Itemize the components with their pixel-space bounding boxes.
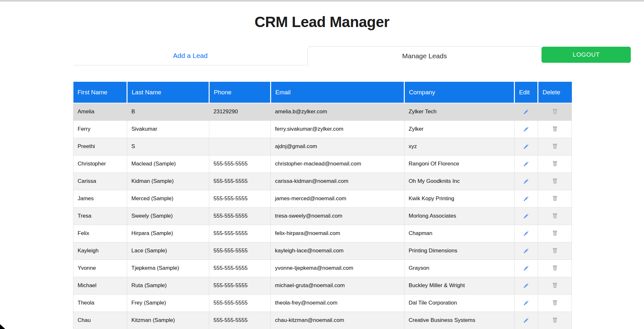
cell-phone — [209, 138, 271, 155]
delete-trash-icon[interactable] — [551, 176, 559, 186]
cell-company: Printing Dimensions — [404, 242, 515, 259]
table-row: Tresa Sweely (Sample) 555-555-5555 tresa… — [73, 207, 572, 225]
cell-first-name: Ferry — [73, 120, 127, 138]
cell-edit — [515, 173, 538, 190]
cell-email: ferry.sivakumar@zylker.com — [271, 120, 404, 138]
cell-delete — [538, 173, 572, 190]
cell-edit — [515, 277, 538, 294]
delete-trash-icon[interactable] — [551, 229, 559, 238]
cell-edit — [515, 294, 538, 312]
cell-last-name: Lace (Sample) — [127, 242, 209, 259]
table-row: Chau Kitzman (Sample) 555-555-5555 chau-… — [73, 312, 572, 329]
edit-pencil-icon[interactable] — [522, 264, 531, 273]
cell-company: Kwik Kopy Printing — [404, 190, 515, 207]
delete-trash-icon[interactable] — [551, 194, 559, 203]
column-header-email: Email — [271, 82, 404, 103]
cell-last-name: Hirpara (Sample) — [127, 225, 209, 242]
column-header-last-name: Last Name — [127, 82, 209, 103]
cell-edit — [515, 207, 538, 225]
table-row: Amelia B 23129290 amelia.b@zylker.com Zy… — [73, 103, 572, 120]
delete-trash-icon[interactable] — [551, 124, 559, 134]
cell-delete — [538, 138, 572, 155]
cell-first-name: Amelia — [73, 103, 127, 120]
cell-edit — [515, 155, 538, 173]
cell-company: Rangoni Of Florence — [404, 155, 515, 173]
cell-last-name: Maclead (Sample) — [127, 155, 209, 173]
cell-phone: 555-555-5555 — [209, 294, 271, 312]
cell-edit — [515, 225, 538, 242]
cell-delete — [538, 190, 572, 207]
table-row: Kayleigh Lace (Sample) 555-555-5555 kayl… — [73, 242, 572, 259]
cell-email: kayleigh-lace@noemail.com — [271, 242, 404, 259]
cell-email: theola-frey@noemail.com — [271, 294, 404, 312]
logout-button[interactable]: LOGOUT — [542, 47, 631, 63]
cell-delete — [538, 277, 572, 294]
cell-delete — [538, 120, 572, 138]
cell-phone: 555-555-5555 — [209, 173, 271, 190]
cell-phone — [209, 120, 271, 138]
edit-pencil-icon[interactable] — [522, 107, 531, 116]
edit-pencil-icon[interactable] — [522, 177, 531, 186]
cell-company: Buckley Miller & Wright — [404, 277, 515, 294]
cell-last-name: Kidman (Sample) — [127, 173, 209, 190]
cell-delete — [538, 312, 572, 329]
cell-last-name: S — [127, 138, 209, 155]
tab-add-a-lead[interactable]: Add a Lead — [73, 46, 308, 65]
cell-first-name: Yvonne — [73, 259, 127, 277]
table-row: Carissa Kidman (Sample) 555-555-5555 car… — [73, 173, 572, 190]
cell-email: james-merced@noemail.com — [271, 190, 404, 207]
delete-trash-icon[interactable] — [551, 298, 559, 307]
delete-trash-icon[interactable] — [551, 246, 559, 255]
edit-pencil-icon[interactable] — [522, 194, 531, 203]
cell-phone: 555-555-5555 — [209, 207, 271, 225]
edit-pencil-icon[interactable] — [522, 125, 531, 134]
tab-manage-leads[interactable]: Manage Leads — [308, 46, 542, 65]
cell-edit — [515, 138, 538, 155]
edit-pencil-icon[interactable] — [522, 246, 531, 255]
cell-edit — [515, 242, 538, 259]
cell-phone: 555-555-5555 — [209, 277, 271, 294]
cell-email: chau-kitzman@noemail.com — [271, 312, 404, 329]
edit-pencil-icon[interactable] — [522, 298, 531, 307]
edit-pencil-icon[interactable] — [522, 159, 531, 168]
delete-trash-icon[interactable] — [551, 142, 559, 151]
delete-trash-icon[interactable] — [551, 263, 559, 273]
cell-company: xyz — [404, 138, 515, 155]
cell-first-name: Preethi — [73, 138, 127, 155]
table-row: Yvonne Tjepkema (Sample) 555-555-5555 yv… — [73, 259, 572, 277]
table-row: Michael Ruta (Sample) 555-555-5555 micha… — [73, 277, 572, 294]
cell-delete — [538, 207, 572, 225]
edit-pencil-icon[interactable] — [522, 212, 531, 221]
edit-pencil-icon[interactable] — [522, 316, 531, 325]
delete-trash-icon[interactable] — [551, 107, 559, 116]
edit-pencil-icon[interactable] — [522, 281, 531, 290]
cell-last-name: Sivakumar — [127, 120, 209, 138]
edit-pencil-icon[interactable] — [522, 229, 531, 238]
cell-phone: 555-555-5555 — [209, 259, 271, 277]
cell-phone: 555-555-5555 — [209, 155, 271, 173]
delete-trash-icon[interactable] — [551, 211, 559, 221]
cell-phone: 555-555-5555 — [209, 312, 271, 329]
column-header-delete: Delete — [538, 82, 572, 103]
delete-trash-icon[interactable] — [551, 315, 559, 325]
delete-trash-icon[interactable] — [551, 159, 559, 168]
cell-last-name: Frey (Sample) — [127, 294, 209, 312]
leads-table-header: First Name Last Name Phone Email Company… — [73, 82, 572, 103]
cell-last-name: Sweely (Sample) — [127, 207, 209, 225]
cell-first-name: Michael — [73, 277, 127, 294]
leads-table-body: Amelia B 23129290 amelia.b@zylker.com Zy… — [73, 103, 572, 329]
cell-email: yvonne-tjepkema@noemail.com — [271, 259, 404, 277]
cell-delete — [538, 242, 572, 259]
delete-trash-icon[interactable] — [551, 281, 559, 290]
cell-delete — [538, 225, 572, 242]
column-header-company: Company — [404, 82, 515, 103]
cell-delete — [538, 294, 572, 312]
cell-phone: 555-555-5555 — [209, 190, 271, 207]
edit-pencil-icon[interactable] — [522, 142, 531, 151]
table-row: Christopher Maclead (Sample) 555-555-555… — [73, 155, 572, 173]
table-row: Felix Hirpara (Sample) 555-555-5555 feli… — [73, 225, 572, 242]
cell-email: christopher-maclead@noemail.com — [271, 155, 404, 173]
cell-last-name: Ruta (Sample) — [127, 277, 209, 294]
cell-email: michael-gruta@noemail.com — [271, 277, 404, 294]
cell-company: Zylker Tech — [404, 103, 515, 120]
